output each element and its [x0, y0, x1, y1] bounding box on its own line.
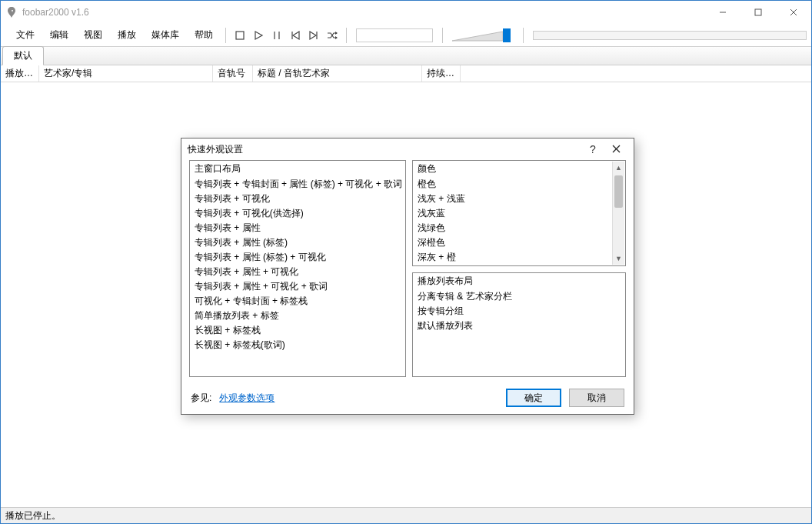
separator: [225, 28, 226, 43]
dialog-title: 快速外观设置: [188, 143, 581, 156]
scrollbar[interactable]: ▲ ▼: [612, 162, 624, 265]
titlebar: foobar2000 v1.6: [1, 1, 811, 24]
col-artist-album[interactable]: 艺术家/专辑: [39, 65, 213, 82]
colors-header: 颜色: [413, 161, 612, 177]
window-title: foobar2000 v1.6: [22, 7, 89, 18]
volume-thumb[interactable]: [503, 28, 511, 42]
help-button[interactable]: ?: [581, 143, 604, 155]
list-item[interactable]: 长视图 + 标签栈(歌词): [190, 338, 405, 352]
list-item[interactable]: 专辑列表 + 属性 (标签) + 可视化: [190, 250, 405, 265]
colors-listbox[interactable]: 颜色 橙色 浅灰 + 浅蓝 浅灰蓝 浅绿色 深橙色 深灰 + 橙 ▲ ▼: [412, 160, 626, 266]
layouts-header: 主窗口布局: [190, 161, 405, 177]
list-item[interactable]: 可视化 + 专辑封面 + 标签栈: [190, 294, 405, 309]
list-item[interactable]: 浅灰蓝: [413, 206, 612, 221]
app-icon: [5, 6, 18, 18]
svg-marker-11: [310, 32, 316, 39]
col-spacer: [461, 65, 811, 82]
menu-edit[interactable]: 编辑: [42, 25, 76, 45]
dialog-close-button[interactable]: [604, 143, 627, 155]
layouts-listbox[interactable]: 主窗口布局 专辑列表 + 专辑封面 + 属性 (标签) + 可视化 + 歌词 专…: [189, 160, 406, 377]
svg-marker-9: [293, 32, 299, 39]
svg-marker-5: [255, 32, 262, 39]
seek-bar[interactable]: [356, 28, 433, 42]
list-item[interactable]: 专辑列表 + 可视化: [190, 192, 405, 206]
separator: [523, 28, 524, 43]
dialog-titlebar: 快速外观设置 ?: [181, 139, 634, 160]
col-duration[interactable]: 持续…: [422, 65, 461, 82]
svg-marker-12: [452, 32, 503, 41]
playlist-layout-header: 播放列表布局: [413, 273, 625, 289]
minimize-button[interactable]: [705, 1, 740, 24]
list-item[interactable]: 默认播放列表: [413, 319, 625, 333]
list-item[interactable]: 浅灰 + 浅蓝: [413, 192, 612, 206]
status-bar: 播放已停止。: [1, 507, 811, 523]
list-item[interactable]: 专辑列表 + 属性 (标签): [190, 235, 405, 250]
play-icon[interactable]: [250, 27, 267, 44]
menu-help[interactable]: 帮助: [187, 25, 221, 45]
appearance-options-link[interactable]: 外观参数选项: [219, 392, 275, 405]
ok-button[interactable]: 确定: [506, 389, 561, 407]
next-icon[interactable]: [305, 27, 322, 44]
status-text: 播放已停止。: [5, 510, 61, 521]
close-button[interactable]: [776, 1, 811, 24]
list-item[interactable]: 按专辑分组: [413, 304, 625, 319]
separator: [346, 28, 347, 43]
pause-icon[interactable]: [268, 27, 285, 44]
cancel-button[interactable]: 取消: [569, 389, 624, 407]
list-item[interactable]: 专辑列表 + 可视化(供选择): [190, 206, 405, 221]
separator: [442, 28, 443, 43]
list-item[interactable]: 长视图 + 标签栈: [190, 323, 405, 338]
list-item[interactable]: 专辑列表 + 属性: [190, 221, 405, 235]
scroll-up-icon[interactable]: ▲: [613, 162, 624, 174]
tab-default[interactable]: 默认: [2, 46, 44, 65]
list-item[interactable]: 浅绿色: [413, 221, 612, 235]
menu-view[interactable]: 视图: [76, 25, 110, 45]
volume-slider[interactable]: [452, 26, 514, 45]
list-item[interactable]: 橙色: [413, 177, 612, 192]
column-headers: 播放… 艺术家/专辑 音轨号 标题 / 音轨艺术家 持续…: [1, 65, 811, 82]
list-item[interactable]: 深灰 + 橙: [413, 250, 612, 265]
quick-appearance-dialog: 快速外观设置 ? 主窗口布局 专辑列表 + 专辑封面 + 属性 (标签) + 可…: [181, 138, 634, 415]
menu-file[interactable]: 文件: [8, 25, 42, 45]
see-label: 参见:: [191, 392, 211, 405]
prev-icon[interactable]: [287, 27, 304, 44]
svg-rect-1: [755, 9, 761, 15]
progress-bar[interactable]: [533, 31, 807, 40]
list-item[interactable]: 简单播放列表 + 标签: [190, 309, 405, 323]
list-item[interactable]: 专辑列表 + 专辑封面 + 属性 (标签) + 可视化 + 歌词: [190, 177, 405, 192]
random-icon[interactable]: [324, 27, 341, 44]
playlist-tabs: 默认: [1, 47, 811, 65]
col-title[interactable]: 标题 / 音轨艺术家: [253, 65, 422, 82]
scroll-thumb[interactable]: [614, 175, 623, 208]
col-playing[interactable]: 播放…: [1, 65, 39, 82]
list-item[interactable]: 深橙色: [413, 235, 612, 250]
scroll-down-icon[interactable]: ▼: [613, 252, 624, 265]
playlist-layout-listbox[interactable]: 播放列表布局 分离专辑 & 艺术家分栏 按专辑分组 默认播放列表: [412, 272, 626, 377]
col-trackno[interactable]: 音轨号: [213, 65, 253, 82]
dialog-footer: 参见: 外观参数选项 确定 取消: [181, 382, 634, 414]
list-item[interactable]: 分离专辑 & 艺术家分栏: [413, 289, 625, 304]
stop-icon[interactable]: [231, 27, 248, 44]
menu-library[interactable]: 媒体库: [144, 25, 187, 45]
maximize-button[interactable]: [740, 1, 776, 24]
list-item[interactable]: 专辑列表 + 属性 + 可视化: [190, 265, 405, 279]
svg-rect-4: [236, 32, 244, 39]
menubar: 文件 编辑 视图 播放 媒体库 帮助: [1, 24, 811, 47]
list-item[interactable]: 专辑列表 + 属性 + 可视化 + 歌词: [190, 279, 405, 294]
menu-playback[interactable]: 播放: [110, 25, 144, 45]
